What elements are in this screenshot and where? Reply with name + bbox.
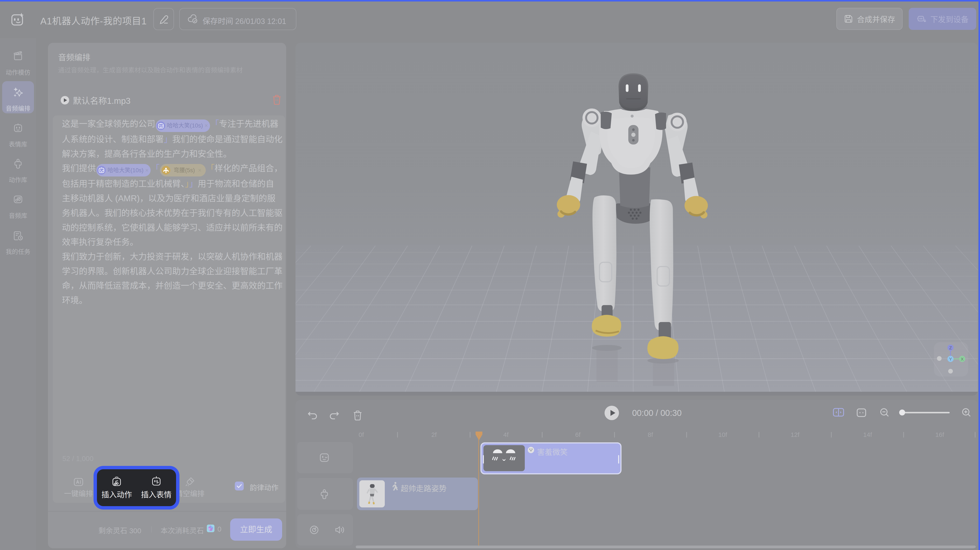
svg-text:X: X (961, 357, 964, 361)
svg-text:Y: Y (949, 357, 952, 361)
svg-text:Z: Z (949, 346, 952, 350)
